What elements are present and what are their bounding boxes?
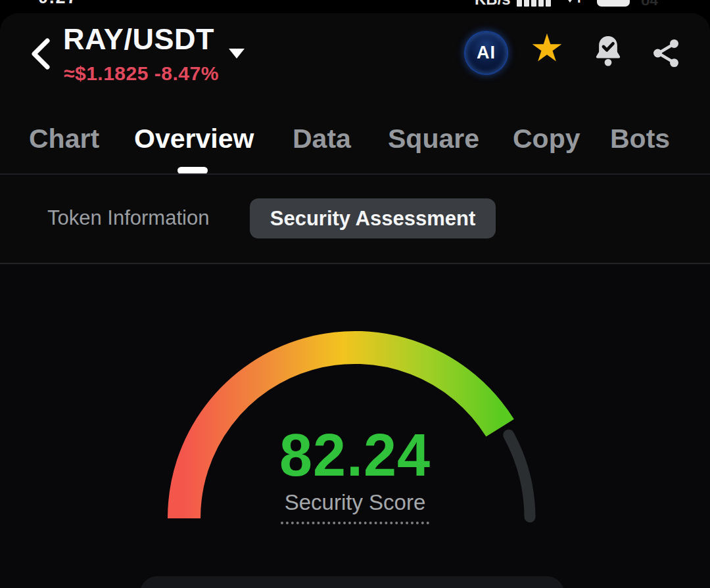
pair-title[interactable]: RAY/USDT [63, 22, 214, 57]
back-button[interactable] [28, 37, 57, 71]
bell-check-icon [592, 34, 625, 72]
tab-overview[interactable]: Overview [134, 122, 254, 156]
security-score-label[interactable]: Security Score [281, 490, 430, 524]
ai-badge-label: AI [477, 43, 496, 63]
back-chevron-icon [28, 37, 57, 71]
subtab-security-assessment-label: Security Assessment [270, 207, 475, 231]
status-left-value: 0.27 [38, 0, 78, 8]
signal-bars-icon [517, 0, 551, 7]
favorite-star-button[interactable]: ★ [530, 29, 564, 67]
change-percent: -8.47% [154, 62, 219, 84]
tab-data[interactable]: Data [293, 122, 351, 156]
tab-chart[interactable]: Chart [29, 122, 99, 156]
main-tabbar: Chart Overview Data Square Copy Bots [0, 122, 710, 174]
approx-price: ≈$1.1825 [64, 62, 149, 84]
volte-icon: F [565, 0, 588, 7]
price-row: ≈$1.1825 -8.47% [64, 62, 219, 85]
share-icon [650, 37, 682, 70]
app-screen: 0.27 KB/s F o4 RAY/USDT ≈$1.1825 -8.47% … [0, 0, 710, 588]
pair-dropdown-caret-icon[interactable] [229, 49, 245, 58]
status-bar: 0.27 KB/s F o4 [0, 0, 710, 9]
ai-assistant-button[interactable]: AI [465, 32, 507, 74]
divider [0, 173, 710, 175]
star-icon: ★ [530, 26, 564, 69]
subtab-token-information[interactable]: Token Information [47, 206, 209, 230]
share-button[interactable] [650, 37, 682, 70]
network-speed-label: KB/s [475, 0, 511, 9]
tab-bots[interactable]: Bots [610, 122, 670, 156]
alerts-bell-button[interactable] [592, 34, 625, 72]
tab-copy[interactable]: Copy [513, 122, 580, 156]
tab-square[interactable]: Square [388, 122, 479, 156]
details-card-top [140, 576, 564, 588]
battery-icon [597, 0, 630, 7]
security-score-value: 82.24 [0, 422, 710, 489]
subtab-security-assessment[interactable]: Security Assessment [250, 198, 496, 238]
security-score-label-wrap: Security Score [0, 490, 710, 524]
status-dim-text: o4 [641, 0, 658, 9]
